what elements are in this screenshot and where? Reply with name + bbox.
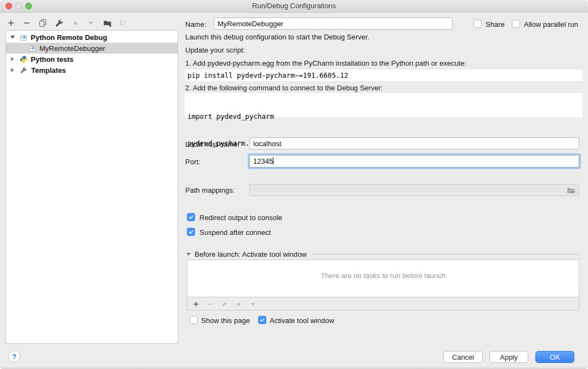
allow-parallel-run-label: Allow parallel run: [524, 20, 578, 28]
remove-task-button[interactable]: [205, 299, 215, 309]
remote-debug-icon: [19, 33, 28, 42]
text-caret: [273, 157, 273, 165]
before-launch-task-list: There are no tasks to run before launch: [187, 260, 579, 297]
svg-text:z: z: [123, 24, 125, 27]
tree-item-label: Python tests: [31, 55, 73, 64]
tree-item-templates[interactable]: Templates: [6, 65, 178, 76]
wrench-icon: [19, 66, 28, 74]
apply-button[interactable]: Apply: [489, 351, 528, 363]
apply-button-label: Apply: [500, 353, 518, 361]
move-down-button[interactable]: [86, 18, 96, 28]
new-folder-button[interactable]: [102, 18, 112, 28]
copy-icon: [38, 19, 47, 27]
move-task-up-button[interactable]: [233, 299, 243, 309]
ok-button-label: OK: [550, 353, 560, 361]
check-icon: [188, 214, 194, 220]
suspend-after-connect-label: Suspend after connect: [199, 228, 271, 237]
before-launch-title: Before launch: Activate tool window: [195, 250, 307, 258]
sort-configurations-button[interactable]: a z: [118, 18, 128, 28]
move-task-down-button[interactable]: [248, 299, 258, 309]
suspend-after-connect-checkbox[interactable]: [187, 228, 195, 236]
share-checkbox[interactable]: [473, 20, 482, 28]
minus-icon: [207, 301, 214, 308]
chevron-right-icon[interactable]: [11, 68, 14, 72]
copy-configuration-button[interactable]: [38, 18, 48, 28]
help-button[interactable]: ?: [8, 350, 20, 362]
instruction-line-1: Launch this debug configuration to start…: [185, 33, 369, 41]
settrace-code-line-1: import pydevd_pycharm: [187, 111, 580, 122]
name-input[interactable]: [214, 18, 453, 30]
edit-templates-button[interactable]: [54, 18, 64, 28]
add-task-button[interactable]: [191, 299, 201, 309]
redirect-output-label: Redirect output to console: [199, 214, 282, 222]
open-folder-icon[interactable]: [567, 186, 576, 198]
question-mark-icon: ?: [12, 353, 16, 361]
port-input[interactable]: 12345: [249, 155, 579, 168]
plus-icon: [192, 301, 199, 308]
before-launch-header[interactable]: Before launch: Activate tool window: [186, 250, 579, 258]
port-label: Port:: [185, 158, 200, 166]
remove-configuration-button[interactable]: [22, 18, 32, 28]
activate-tool-window-label: Activate tool window: [270, 316, 334, 325]
tree-item-label: MyRemoteDebugger: [39, 44, 105, 53]
check-icon: [188, 229, 194, 235]
local-host-name-input[interactable]: [249, 137, 579, 149]
svg-text:a: a: [123, 20, 125, 23]
check-icon: [259, 317, 265, 323]
path-mappings-label: Path mappings:: [185, 186, 235, 194]
arrow-up-icon: [236, 301, 242, 307]
path-mappings-input[interactable]: [249, 184, 579, 196]
instruction-line-2: Update your script:: [185, 46, 245, 54]
pip-install-code: pip install pydevd-pycharm~=191.6605.12: [185, 70, 583, 81]
minus-icon: [23, 19, 31, 27]
before-launch-toolbar: [187, 297, 579, 310]
add-configuration-button[interactable]: [6, 18, 16, 28]
arrow-down-icon: [250, 301, 256, 307]
arrow-up-icon: [72, 20, 79, 26]
chevron-right-icon[interactable]: [11, 57, 14, 61]
arrow-down-icon: [88, 20, 94, 26]
ok-button[interactable]: OK: [535, 351, 574, 363]
port-value: 12345: [253, 157, 273, 165]
plus-icon: [7, 19, 15, 27]
cancel-button[interactable]: Cancel: [443, 351, 483, 363]
allow-parallel-run-checkbox[interactable]: [512, 20, 520, 28]
run-debug-configurations-dialog: Run/Debug Configurations a z: [0, 0, 588, 369]
redirect-output-checkbox[interactable]: [187, 213, 195, 221]
tree-item-python-remote-debug[interactable]: Python Remote Debug: [6, 32, 178, 43]
section-divider: [311, 254, 579, 255]
window-title: Run/Debug Configurations: [0, 2, 588, 10]
share-label: Share: [486, 20, 505, 28]
title-bar: Run/Debug Configurations: [0, 0, 588, 13]
show-this-page-checkbox[interactable]: [190, 316, 198, 324]
sort-az-icon: a z: [118, 19, 127, 27]
window-bottom-edge: [0, 367, 588, 369]
new-folder-icon: [103, 19, 112, 27]
tree-item-myremotedebugger[interactable]: MyRemoteDebugger: [6, 43, 178, 54]
settrace-code: import pydevd_pycharm pydevd_pycharm.set…: [185, 93, 583, 117]
edit-task-button[interactable]: [219, 299, 229, 309]
show-this-page-label: Show this page: [201, 316, 250, 325]
tree-item-label: Python Remote Debug: [31, 33, 107, 42]
python-icon: [19, 55, 28, 64]
wrench-icon: [55, 19, 64, 27]
move-up-button[interactable]: [71, 18, 81, 28]
before-launch-empty-message: There are no tasks to run before launch: [187, 272, 579, 280]
configurations-tree: Python Remote Debug MyRemoteDebugger Pyt…: [5, 30, 178, 344]
chevron-down-icon[interactable]: [10, 36, 15, 39]
pencil-icon: [221, 301, 228, 308]
tree-item-label: Templates: [31, 66, 66, 74]
chevron-down-icon: [186, 253, 191, 256]
name-label: Name:: [185, 20, 206, 28]
tree-item-python-tests[interactable]: Python tests: [6, 54, 178, 65]
local-host-name-label: Local host name:: [185, 140, 239, 148]
instruction-step-1: 1. Add pydevd-pycharm.egg from the PyCha…: [185, 59, 466, 67]
instruction-step-2: 2. Add the following command to connect …: [185, 84, 383, 92]
cancel-button-label: Cancel: [452, 353, 474, 361]
remote-debug-icon: [28, 44, 37, 53]
activate-tool-window-checkbox[interactable]: [258, 316, 266, 324]
